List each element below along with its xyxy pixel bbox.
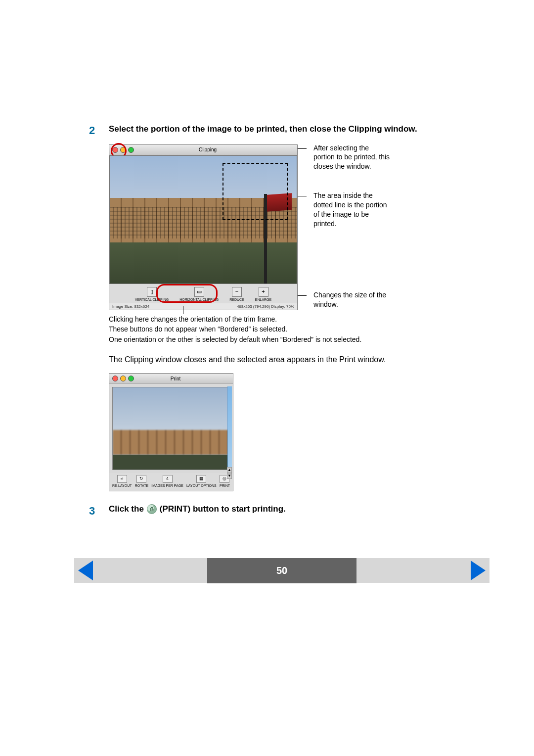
vertical-clipping-button[interactable]: ▯ VERTICAL CLIPPING	[135, 287, 169, 302]
zoom-icon[interactable]	[128, 147, 134, 153]
print-title: Print	[136, 376, 215, 381]
preview-water	[113, 455, 229, 470]
layout-label: LAYOUT OPTIONS	[186, 484, 217, 488]
reduce-label: REDUCE	[229, 298, 244, 302]
enlarge-button[interactable]: + ENLARGE	[255, 287, 271, 302]
clipping-toolbar: ▯ VERTICAL CLIPPING ▭ HORIZONTAL CLIPPIN…	[109, 284, 297, 304]
step-3-number: 3	[89, 504, 109, 518]
relayout-icon: ⤾	[117, 475, 127, 483]
step-3-heading: Click the ⎙ (PRINT) button to start prin…	[109, 504, 286, 514]
reduce-button[interactable]: − REDUCE	[229, 287, 244, 302]
status-image-size: Image Size: 832x624	[112, 304, 149, 309]
step-2: 2 Select the portion of the image to be …	[89, 124, 445, 138]
callout-close: After selecting the portion to be printe…	[307, 143, 391, 172]
rotate-icon: ↻	[136, 475, 146, 483]
close-icon[interactable]	[112, 147, 118, 153]
page-nav: 50	[74, 558, 490, 583]
trim-frame[interactable]	[222, 163, 288, 220]
print-titlebar: Print	[109, 374, 233, 384]
clipping-image[interactable]	[109, 155, 297, 284]
horizontal-clipping-icon: ▭	[194, 287, 204, 297]
step-3-after: (PRINT) button to start printing.	[160, 504, 286, 514]
print-toolbar: ⤾ RE-LAYOUT ↻ ROTATE 4 IMAGES PER PAGE ▦…	[109, 473, 233, 491]
step-2-number: 2	[89, 124, 109, 138]
layout-icon: ▦	[196, 475, 206, 483]
layout-options-button[interactable]: ▦ LAYOUT OPTIONS	[186, 475, 217, 488]
scroll-down-icon[interactable]: ▼	[227, 473, 232, 479]
images-label: IMAGES PER PAGE	[151, 484, 183, 488]
print-label: PRINT	[220, 484, 230, 488]
horizontal-clipping-label: HORIZONTAL CLIPPING	[179, 298, 219, 302]
preview-sky	[113, 387, 229, 432]
clipping-title: Clipping	[136, 147, 279, 152]
closing-line: The Clipping window closes and the selec…	[109, 355, 445, 364]
clipping-titlebar: Clipping	[109, 145, 297, 155]
print-preview	[112, 387, 230, 470]
enlarge-label: ENLARGE	[255, 298, 271, 302]
minimize-icon[interactable]	[120, 147, 126, 153]
print-scrollbar[interactable]	[227, 386, 232, 471]
orientation-note-l2: These buttons do not appear when “Border…	[109, 324, 445, 334]
clipping-statusbar: Image Size: 832x624 468x263 (794,296) Di…	[109, 303, 297, 310]
clipping-figure-row: Clipping	[109, 144, 445, 311]
content-column: 2 Select the portion of the image to be …	[89, 124, 445, 524]
callout-dotted: The area inside the dotted line is the p…	[307, 191, 391, 229]
minimize-icon[interactable]	[120, 376, 126, 381]
manual-page: 2 Select the portion of the image to be …	[0, 0, 534, 756]
vertical-clipping-icon: ▯	[147, 287, 157, 297]
close-icon[interactable]	[112, 376, 118, 381]
callout-zoom: Changes the size of the window.	[307, 290, 391, 309]
orientation-note: Clicking here changes the orientation of…	[109, 314, 445, 344]
next-page-button[interactable]	[471, 561, 486, 580]
print-button-icon: ⎙	[147, 504, 157, 514]
print-window: Print ▲ ▼ ⤾ RE-LAYOUT ↻ ROTATE	[109, 373, 233, 491]
preview-buildings	[113, 430, 229, 455]
images-count: 4	[163, 475, 173, 483]
rotate-button[interactable]: ↻ ROTATE	[135, 475, 148, 488]
relayout-button[interactable]: ⤾ RE-LAYOUT	[112, 475, 132, 488]
images-per-page-stepper[interactable]: 4 IMAGES PER PAGE	[151, 475, 183, 488]
horizontal-clipping-button[interactable]: ▭ HORIZONTAL CLIPPING	[179, 287, 219, 302]
magnify-plus-icon: +	[259, 287, 268, 297]
step-3-before: Click the	[109, 504, 144, 514]
prev-page-button[interactable]	[78, 561, 93, 580]
orientation-note-l1: Clicking here changes the orientation of…	[109, 314, 445, 324]
step-3: 3 Click the ⎙ (PRINT) button to start pr…	[89, 504, 445, 518]
rotate-label: ROTATE	[135, 484, 148, 488]
clipping-window-wrap: Clipping	[109, 144, 298, 311]
relayout-label: RE-LAYOUT	[112, 484, 132, 488]
page-number: 50	[207, 558, 356, 583]
clipping-window: Clipping	[109, 144, 298, 311]
vertical-clipping-label: VERTICAL CLIPPING	[135, 298, 169, 302]
photo-water	[110, 242, 297, 284]
zoom-icon[interactable]	[128, 376, 134, 381]
magnify-minus-icon: −	[232, 287, 242, 297]
callout-column: After selecting the portion to be printe…	[307, 144, 391, 309]
status-display: 468x263 (794,296) Display: 75%	[237, 304, 294, 309]
scroll-up-icon[interactable]: ▲	[227, 467, 232, 473]
step-2-heading: Select the portion of the image to be pr…	[109, 124, 417, 135]
orientation-note-l3: One orientation or the other is selected…	[109, 334, 445, 344]
